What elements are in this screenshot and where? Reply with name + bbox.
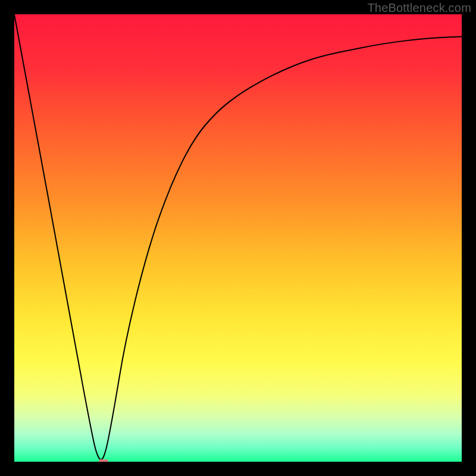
minimum-marker xyxy=(99,459,108,462)
chart-frame: TheBottleneck.com xyxy=(0,0,476,476)
plot-area xyxy=(14,14,462,462)
bottleneck-curve xyxy=(14,14,462,462)
watermark: TheBottleneck.com xyxy=(367,1,471,15)
